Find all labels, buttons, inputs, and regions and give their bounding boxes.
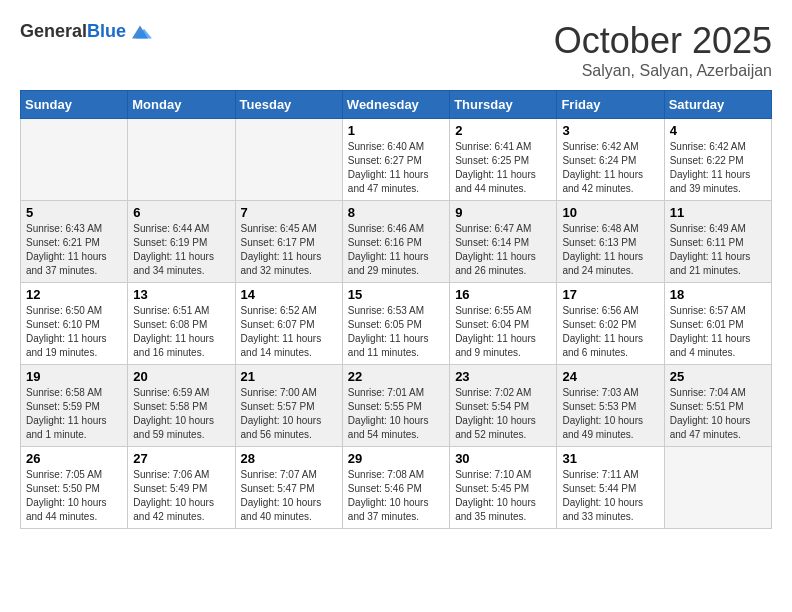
calendar-cell: 6Sunrise: 6:44 AM Sunset: 6:19 PM Daylig… bbox=[128, 201, 235, 283]
day-number: 1 bbox=[348, 123, 444, 138]
calendar-cell: 4Sunrise: 6:42 AM Sunset: 6:22 PM Daylig… bbox=[664, 119, 771, 201]
day-number: 29 bbox=[348, 451, 444, 466]
day-number: 17 bbox=[562, 287, 658, 302]
calendar-cell: 24Sunrise: 7:03 AM Sunset: 5:53 PM Dayli… bbox=[557, 365, 664, 447]
day-number: 31 bbox=[562, 451, 658, 466]
calendar-cell bbox=[235, 119, 342, 201]
day-info: Sunrise: 6:48 AM Sunset: 6:13 PM Dayligh… bbox=[562, 222, 658, 278]
day-number: 28 bbox=[241, 451, 337, 466]
day-number: 6 bbox=[133, 205, 229, 220]
calendar: SundayMondayTuesdayWednesdayThursdayFrid… bbox=[20, 90, 772, 529]
day-number: 7 bbox=[241, 205, 337, 220]
day-number: 11 bbox=[670, 205, 766, 220]
day-info: Sunrise: 7:04 AM Sunset: 5:51 PM Dayligh… bbox=[670, 386, 766, 442]
calendar-cell: 29Sunrise: 7:08 AM Sunset: 5:46 PM Dayli… bbox=[342, 447, 449, 529]
calendar-cell: 21Sunrise: 7:00 AM Sunset: 5:57 PM Dayli… bbox=[235, 365, 342, 447]
calendar-cell: 26Sunrise: 7:05 AM Sunset: 5:50 PM Dayli… bbox=[21, 447, 128, 529]
calendar-cell: 7Sunrise: 6:45 AM Sunset: 6:17 PM Daylig… bbox=[235, 201, 342, 283]
day-info: Sunrise: 7:01 AM Sunset: 5:55 PM Dayligh… bbox=[348, 386, 444, 442]
logo-icon bbox=[128, 20, 152, 44]
weekday-header-monday: Monday bbox=[128, 91, 235, 119]
day-number: 22 bbox=[348, 369, 444, 384]
day-info: Sunrise: 6:58 AM Sunset: 5:59 PM Dayligh… bbox=[26, 386, 122, 442]
day-number: 24 bbox=[562, 369, 658, 384]
calendar-cell: 5Sunrise: 6:43 AM Sunset: 6:21 PM Daylig… bbox=[21, 201, 128, 283]
day-number: 26 bbox=[26, 451, 122, 466]
day-number: 3 bbox=[562, 123, 658, 138]
calendar-cell: 2Sunrise: 6:41 AM Sunset: 6:25 PM Daylig… bbox=[450, 119, 557, 201]
day-number: 23 bbox=[455, 369, 551, 384]
logo-blue: Blue bbox=[87, 21, 126, 41]
calendar-cell: 15Sunrise: 6:53 AM Sunset: 6:05 PM Dayli… bbox=[342, 283, 449, 365]
day-info: Sunrise: 6:45 AM Sunset: 6:17 PM Dayligh… bbox=[241, 222, 337, 278]
day-info: Sunrise: 6:50 AM Sunset: 6:10 PM Dayligh… bbox=[26, 304, 122, 360]
weekday-header-saturday: Saturday bbox=[664, 91, 771, 119]
calendar-cell: 16Sunrise: 6:55 AM Sunset: 6:04 PM Dayli… bbox=[450, 283, 557, 365]
day-number: 4 bbox=[670, 123, 766, 138]
day-number: 15 bbox=[348, 287, 444, 302]
calendar-cell: 27Sunrise: 7:06 AM Sunset: 5:49 PM Dayli… bbox=[128, 447, 235, 529]
calendar-cell: 10Sunrise: 6:48 AM Sunset: 6:13 PM Dayli… bbox=[557, 201, 664, 283]
day-info: Sunrise: 6:42 AM Sunset: 6:24 PM Dayligh… bbox=[562, 140, 658, 196]
calendar-cell: 11Sunrise: 6:49 AM Sunset: 6:11 PM Dayli… bbox=[664, 201, 771, 283]
day-info: Sunrise: 6:51 AM Sunset: 6:08 PM Dayligh… bbox=[133, 304, 229, 360]
day-info: Sunrise: 7:07 AM Sunset: 5:47 PM Dayligh… bbox=[241, 468, 337, 524]
day-number: 14 bbox=[241, 287, 337, 302]
day-number: 13 bbox=[133, 287, 229, 302]
day-info: Sunrise: 6:57 AM Sunset: 6:01 PM Dayligh… bbox=[670, 304, 766, 360]
day-info: Sunrise: 6:47 AM Sunset: 6:14 PM Dayligh… bbox=[455, 222, 551, 278]
calendar-cell: 12Sunrise: 6:50 AM Sunset: 6:10 PM Dayli… bbox=[21, 283, 128, 365]
day-number: 19 bbox=[26, 369, 122, 384]
week-row-4: 19Sunrise: 6:58 AM Sunset: 5:59 PM Dayli… bbox=[21, 365, 772, 447]
week-row-1: 1Sunrise: 6:40 AM Sunset: 6:27 PM Daylig… bbox=[21, 119, 772, 201]
calendar-cell: 30Sunrise: 7:10 AM Sunset: 5:45 PM Dayli… bbox=[450, 447, 557, 529]
location: Salyan, Salyan, Azerbaijan bbox=[554, 62, 772, 80]
calendar-cell: 1Sunrise: 6:40 AM Sunset: 6:27 PM Daylig… bbox=[342, 119, 449, 201]
day-info: Sunrise: 6:59 AM Sunset: 5:58 PM Dayligh… bbox=[133, 386, 229, 442]
day-number: 21 bbox=[241, 369, 337, 384]
weekday-header-thursday: Thursday bbox=[450, 91, 557, 119]
day-info: Sunrise: 6:53 AM Sunset: 6:05 PM Dayligh… bbox=[348, 304, 444, 360]
calendar-cell: 3Sunrise: 6:42 AM Sunset: 6:24 PM Daylig… bbox=[557, 119, 664, 201]
calendar-cell bbox=[21, 119, 128, 201]
day-info: Sunrise: 6:52 AM Sunset: 6:07 PM Dayligh… bbox=[241, 304, 337, 360]
weekday-header-tuesday: Tuesday bbox=[235, 91, 342, 119]
day-info: Sunrise: 7:10 AM Sunset: 5:45 PM Dayligh… bbox=[455, 468, 551, 524]
day-number: 10 bbox=[562, 205, 658, 220]
week-row-2: 5Sunrise: 6:43 AM Sunset: 6:21 PM Daylig… bbox=[21, 201, 772, 283]
day-number: 8 bbox=[348, 205, 444, 220]
day-info: Sunrise: 7:00 AM Sunset: 5:57 PM Dayligh… bbox=[241, 386, 337, 442]
day-number: 27 bbox=[133, 451, 229, 466]
day-info: Sunrise: 6:43 AM Sunset: 6:21 PM Dayligh… bbox=[26, 222, 122, 278]
day-info: Sunrise: 6:40 AM Sunset: 6:27 PM Dayligh… bbox=[348, 140, 444, 196]
day-info: Sunrise: 7:05 AM Sunset: 5:50 PM Dayligh… bbox=[26, 468, 122, 524]
day-number: 25 bbox=[670, 369, 766, 384]
calendar-cell: 20Sunrise: 6:59 AM Sunset: 5:58 PM Dayli… bbox=[128, 365, 235, 447]
calendar-cell: 13Sunrise: 6:51 AM Sunset: 6:08 PM Dayli… bbox=[128, 283, 235, 365]
title-section: October 2025 Salyan, Salyan, Azerbaijan bbox=[554, 20, 772, 80]
calendar-cell: 25Sunrise: 7:04 AM Sunset: 5:51 PM Dayli… bbox=[664, 365, 771, 447]
day-info: Sunrise: 7:03 AM Sunset: 5:53 PM Dayligh… bbox=[562, 386, 658, 442]
weekday-header-sunday: Sunday bbox=[21, 91, 128, 119]
calendar-cell: 19Sunrise: 6:58 AM Sunset: 5:59 PM Dayli… bbox=[21, 365, 128, 447]
day-info: Sunrise: 7:06 AM Sunset: 5:49 PM Dayligh… bbox=[133, 468, 229, 524]
day-number: 20 bbox=[133, 369, 229, 384]
day-info: Sunrise: 6:42 AM Sunset: 6:22 PM Dayligh… bbox=[670, 140, 766, 196]
day-number: 9 bbox=[455, 205, 551, 220]
weekday-header-wednesday: Wednesday bbox=[342, 91, 449, 119]
calendar-cell: 14Sunrise: 6:52 AM Sunset: 6:07 PM Dayli… bbox=[235, 283, 342, 365]
week-row-3: 12Sunrise: 6:50 AM Sunset: 6:10 PM Dayli… bbox=[21, 283, 772, 365]
calendar-cell: 31Sunrise: 7:11 AM Sunset: 5:44 PM Dayli… bbox=[557, 447, 664, 529]
day-number: 2 bbox=[455, 123, 551, 138]
day-info: Sunrise: 7:11 AM Sunset: 5:44 PM Dayligh… bbox=[562, 468, 658, 524]
weekday-header-friday: Friday bbox=[557, 91, 664, 119]
calendar-cell bbox=[128, 119, 235, 201]
day-info: Sunrise: 7:08 AM Sunset: 5:46 PM Dayligh… bbox=[348, 468, 444, 524]
day-info: Sunrise: 6:46 AM Sunset: 6:16 PM Dayligh… bbox=[348, 222, 444, 278]
page-header: GeneralBlue October 2025 Salyan, Salyan,… bbox=[20, 20, 772, 80]
day-number: 18 bbox=[670, 287, 766, 302]
month-title: October 2025 bbox=[554, 20, 772, 62]
weekday-header-row: SundayMondayTuesdayWednesdayThursdayFrid… bbox=[21, 91, 772, 119]
week-row-5: 26Sunrise: 7:05 AM Sunset: 5:50 PM Dayli… bbox=[21, 447, 772, 529]
calendar-cell: 22Sunrise: 7:01 AM Sunset: 5:55 PM Dayli… bbox=[342, 365, 449, 447]
